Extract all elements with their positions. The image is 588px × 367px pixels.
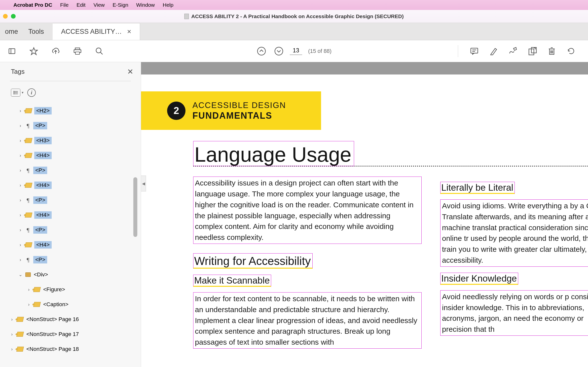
- tag-icon: [25, 242, 32, 247]
- tab-home[interactable]: ome: [0, 23, 20, 40]
- tags-panel: Tags ✕ ▼ i ›<H2>›¶<P>›<H3>›<H4>›¶<P>›<H4…: [0, 62, 141, 367]
- heading-h4-col2-1: Literally be Literal: [440, 182, 515, 194]
- tag-icon: [25, 153, 32, 158]
- banner-line-2: FUNDAMENTALS: [192, 110, 286, 121]
- tag-tree-item[interactable]: ›<NonStruct> Page 16: [2, 312, 141, 327]
- tag-tree-item[interactable]: ›<H2>: [2, 103, 141, 118]
- pdf-page: 2 ACCESSIBLE DESIGN FUNDAMENTALS Languag…: [141, 74, 588, 367]
- main-area: Tags ✕ ▼ i ›<H2>›¶<P>›<H3>›<H4>›¶<P>›<H4…: [0, 62, 588, 367]
- tag-tree-item[interactable]: ⌄<Div>: [2, 267, 141, 282]
- chevron-right-icon[interactable]: ›: [18, 227, 23, 233]
- intro-paragraph: Accessibility issues in a design project…: [193, 177, 422, 244]
- app-name-menu[interactable]: Acrobat Pro DC: [13, 2, 52, 8]
- tag-tree-item[interactable]: ›<NonStruct> Page 18: [2, 342, 141, 357]
- chevron-right-icon[interactable]: ›: [18, 153, 23, 158]
- close-tags-panel-icon[interactable]: ✕: [127, 67, 133, 76]
- paragraph-icon: ¶: [25, 122, 31, 129]
- svg-point-26: [14, 92, 14, 93]
- menu-view[interactable]: View: [93, 2, 105, 8]
- tag-tree-item[interactable]: ›<H4>: [2, 178, 141, 193]
- tag-label: <H4>: [34, 182, 52, 189]
- chevron-right-icon[interactable]: ›: [18, 213, 23, 218]
- chevron-right-icon[interactable]: ›: [26, 287, 31, 292]
- tags-info-button[interactable]: i: [27, 88, 36, 97]
- tab-tools[interactable]: Tools: [20, 23, 53, 40]
- tag-label: <H3>: [34, 137, 52, 144]
- highlight-icon[interactable]: [489, 47, 498, 56]
- tag-tree-item[interactable]: ›<H4>: [2, 208, 141, 222]
- edit-pdf-icon[interactable]: [528, 47, 537, 56]
- sidebar-toggle-icon[interactable]: [7, 47, 16, 56]
- menu-edit[interactable]: Edit: [76, 2, 85, 8]
- minimize-button[interactable]: [3, 14, 8, 19]
- svg-point-25: [14, 91, 14, 92]
- search-icon[interactable]: [95, 47, 104, 56]
- toolbar-divider: [458, 45, 458, 57]
- page-up-button[interactable]: [257, 46, 266, 56]
- chevron-right-icon[interactable]: ›: [18, 168, 23, 173]
- paragraph-icon: ¶: [25, 197, 31, 204]
- tags-options-button[interactable]: ▼: [11, 89, 20, 97]
- chevron-right-icon[interactable]: ›: [18, 138, 23, 143]
- tag-tree-item[interactable]: ›<H3>: [2, 133, 141, 148]
- tag-tree-item[interactable]: ›<H4>: [2, 237, 141, 252]
- tag-tree-item[interactable]: ›<H4>: [2, 148, 141, 163]
- pdf-icon: [184, 14, 189, 19]
- page-number-input[interactable]: [290, 47, 302, 55]
- tag-tree-item[interactable]: ›<NonStruct> Page 17: [2, 327, 141, 342]
- window-titlebar: ACCESS ABILITY 2 - A Practical Handbook …: [0, 10, 588, 23]
- cloud-upload-icon[interactable]: [51, 47, 60, 56]
- delete-icon[interactable]: [547, 47, 556, 56]
- menu-esign[interactable]: E-Sign: [113, 2, 128, 8]
- content-column-2: Literally be Literal Avoid using idioms.…: [440, 182, 588, 336]
- tags-panel-title: Tags: [11, 68, 25, 75]
- banner-line-1: ACCESSIBLE DESIGN: [192, 101, 286, 110]
- page-down-button[interactable]: [274, 46, 284, 56]
- menu-file[interactable]: File: [60, 2, 69, 8]
- toolbar-left-group: [5, 47, 104, 56]
- document-view[interactable]: 2 ACCESSIBLE DESIGN FUNDAMENTALS Languag…: [141, 62, 588, 367]
- toolbar-right-group: [457, 45, 583, 57]
- print-icon[interactable]: [73, 47, 82, 56]
- chevron-right-icon[interactable]: ›: [18, 108, 23, 113]
- tag-icon: [25, 183, 32, 188]
- chevron-right-icon[interactable]: ›: [18, 198, 23, 203]
- tag-tree-item[interactable]: ›¶<P>: [2, 163, 141, 178]
- tag-tree-item[interactable]: ›<Figure>: [2, 282, 141, 297]
- tab-document-active[interactable]: ACCESS ABILITY… ✕: [53, 23, 140, 40]
- chevron-right-icon[interactable]: ›: [18, 257, 23, 262]
- heading-h4-1: Make it Scannable: [193, 275, 271, 287]
- chevron-right-icon[interactable]: ›: [9, 317, 14, 322]
- tag-tree-item[interactable]: ›¶<P>: [2, 252, 141, 267]
- tag-tree-item[interactable]: ›<Caption>: [2, 297, 141, 312]
- chevron-down-icon[interactable]: ⌄: [18, 272, 23, 277]
- tag-tree-item[interactable]: ›¶<P>: [2, 193, 141, 208]
- tags-tree[interactable]: ›<H2>›¶<P>›<H3>›<H4>›¶<P>›<H4>›¶<P>›<H4>…: [0, 100, 141, 367]
- panel-collapse-handle[interactable]: ◀: [141, 176, 146, 191]
- tag-label: <H4>: [34, 241, 52, 249]
- close-tab-icon[interactable]: ✕: [127, 29, 131, 35]
- window-title-text: ACCESS ABILITY 2 - A Practical Handbook …: [191, 13, 404, 19]
- tag-tree-item[interactable]: ›¶<P>: [2, 222, 141, 237]
- tag-label: <H4>: [34, 152, 52, 159]
- zoom-button[interactable]: [11, 14, 16, 19]
- menu-help[interactable]: Help: [163, 2, 173, 8]
- comment-icon[interactable]: [470, 47, 479, 56]
- svg-rect-11: [471, 48, 478, 53]
- menu-window[interactable]: Window: [136, 2, 155, 8]
- chevron-right-icon[interactable]: ›: [18, 183, 23, 188]
- chevron-right-icon[interactable]: ›: [9, 347, 14, 352]
- scrollbar-thumb[interactable]: [133, 177, 137, 237]
- tag-icon: [16, 317, 24, 322]
- chevron-right-icon[interactable]: ›: [9, 332, 14, 337]
- chevron-right-icon[interactable]: ›: [26, 302, 31, 307]
- star-icon[interactable]: [29, 47, 38, 56]
- paragraph-col2-2: Avoid needlessly relying on words or p c…: [440, 290, 588, 336]
- section-number-badge: 2: [167, 102, 185, 120]
- rotate-icon[interactable]: [567, 47, 576, 56]
- sign-icon[interactable]: [509, 47, 517, 56]
- chevron-right-icon[interactable]: ›: [18, 123, 23, 128]
- chevron-right-icon[interactable]: ›: [18, 242, 23, 248]
- tag-tree-item[interactable]: ›¶<P>: [2, 118, 141, 133]
- tag-label: <NonStruct> Page 17: [26, 330, 79, 338]
